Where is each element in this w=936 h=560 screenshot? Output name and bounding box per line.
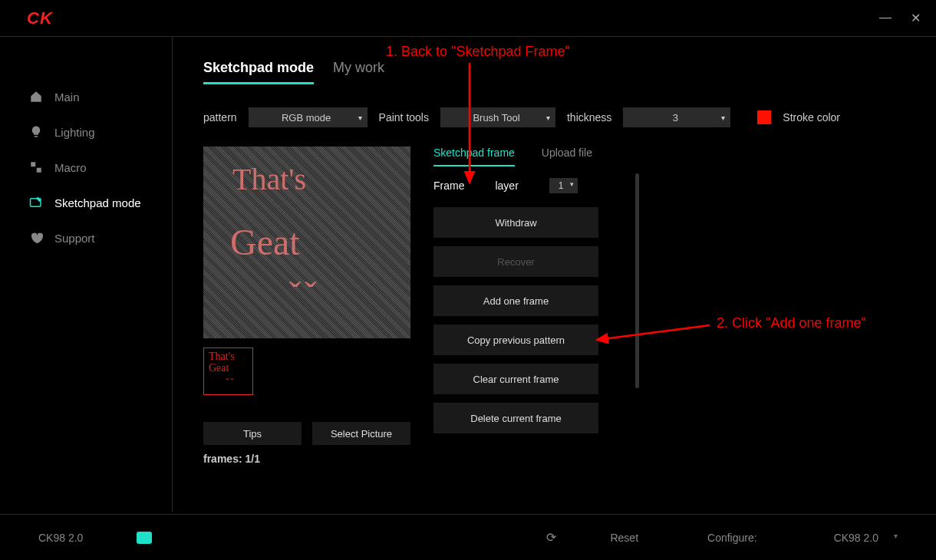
pattern-select[interactable]: RGB mode: [249, 107, 367, 127]
sketchpad-icon: [29, 196, 43, 209]
sidebar-item-label: Lighting: [54, 126, 95, 139]
canvas-drawing-text: That's: [232, 162, 306, 197]
app-logo: CK: [27, 8, 53, 28]
keyboard-icon[interactable]: [137, 532, 152, 544]
svg-rect-1: [37, 168, 41, 173]
sidebar-item-label: Macro: [54, 161, 87, 174]
configure-label: Configure:: [707, 532, 757, 544]
close-button[interactable]: ✕: [911, 11, 921, 25]
toolbar: pattern RGB mode Paint tools Brush Tool …: [203, 107, 913, 127]
frames-count-label: frames: 1/1: [203, 453, 410, 465]
reset-button[interactable]: Reset: [610, 532, 638, 544]
svg-rect-0: [31, 162, 35, 166]
thickness-label: thickness: [567, 111, 611, 124]
clear-frame-button[interactable]: Clear current frame: [433, 364, 598, 394]
select-picture-button[interactable]: Select Picture: [312, 422, 410, 445]
pattern-label: pattern: [203, 111, 237, 124]
refresh-icon[interactable]: ⟳: [546, 530, 556, 545]
sidebar: Main Lighting Macro Sketchpad mode Suppo…: [0, 37, 173, 512]
layer-select[interactable]: 1: [549, 178, 578, 193]
canvas-drawing-smile: ˇˇ: [289, 275, 321, 316]
tab-sketchpad-mode[interactable]: Sketchpad mode: [203, 60, 314, 84]
window-controls: — ✕: [879, 11, 921, 25]
tab-sketchpad-frame[interactable]: Sketchpad frame: [433, 147, 515, 166]
drawing-canvas[interactable]: That's Geat ˇˇ: [203, 147, 410, 338]
frame-thumbnail[interactable]: That's Geat ˇˇ: [203, 348, 253, 395]
canvas-drawing-text: Geat: [230, 221, 300, 263]
sidebar-item-sketchpad[interactable]: Sketchpad mode: [0, 185, 172, 220]
stroke-color-swatch[interactable]: [757, 110, 771, 124]
home-icon: [29, 90, 43, 104]
sidebar-item-lighting[interactable]: Lighting: [0, 114, 172, 150]
tips-button[interactable]: Tips: [203, 422, 302, 445]
stroke-color-label: Stroke color: [783, 111, 840, 124]
frame-controls-panel: Sketchpad frame Upload file Frame layer …: [433, 147, 633, 465]
sidebar-item-label: Support: [54, 232, 95, 245]
recover-button[interactable]: Recover: [433, 246, 598, 277]
tab-upload-file[interactable]: Upload file: [542, 147, 592, 166]
frame-label: Frame: [433, 180, 464, 192]
sidebar-item-label: Main: [54, 91, 80, 104]
add-frame-button[interactable]: Add one frame: [433, 285, 598, 316]
paint-tools-label: Paint tools: [379, 111, 429, 124]
sidebar-item-macro[interactable]: Macro: [0, 150, 172, 185]
copy-pattern-button[interactable]: Copy previous pattern: [433, 324, 598, 355]
titlebar: CK — ✕: [0, 0, 936, 37]
sidebar-item-support[interactable]: Support: [0, 220, 172, 255]
statusbar: CK98 2.0 ⟳ Reset Configure: CK98 2.0: [0, 514, 936, 560]
model-label: CK98 2.0: [38, 532, 83, 544]
layer-label: layer: [495, 180, 518, 192]
paint-tools-select[interactable]: Brush Tool: [440, 107, 555, 127]
main-panel: Sketchpad mode My work pattern RGB mode …: [173, 37, 936, 512]
bulb-icon: [29, 125, 43, 139]
thumbnail-content: ˇˇ: [226, 376, 236, 388]
heart-icon: [29, 231, 43, 245]
delete-frame-button[interactable]: Delete current frame: [433, 403, 598, 433]
macro-icon: [29, 160, 43, 174]
thickness-select[interactable]: 3: [623, 107, 730, 127]
scrollbar[interactable]: [635, 173, 639, 388]
sidebar-item-main[interactable]: Main: [0, 79, 172, 114]
sidebar-item-label: Sketchpad mode: [54, 196, 141, 209]
thumbnail-content: That's Geat: [209, 351, 235, 374]
minimize-button[interactable]: —: [879, 11, 892, 25]
tab-my-work[interactable]: My work: [333, 60, 384, 84]
withdraw-button[interactable]: Withdraw: [433, 207, 598, 238]
configure-select[interactable]: CK98 2.0: [834, 532, 898, 544]
